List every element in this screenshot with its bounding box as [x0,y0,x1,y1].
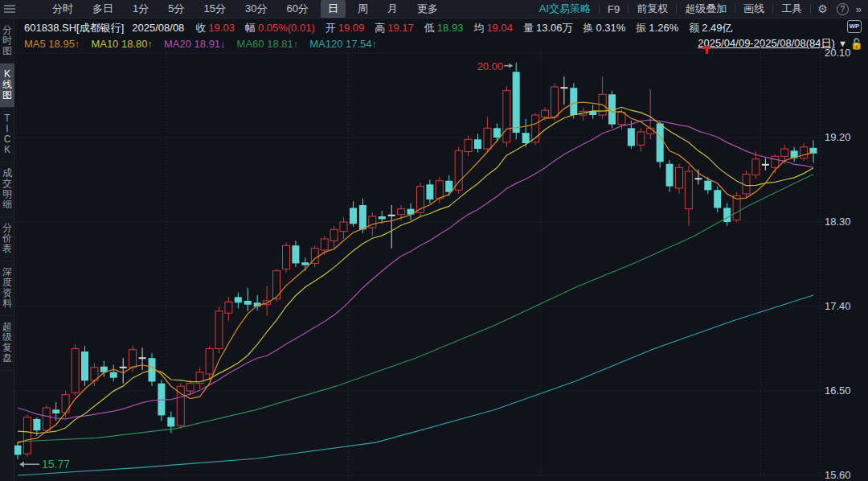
tab-月[interactable]: 月 [380,0,405,18]
quote-field-收: 收19.03 [195,21,235,35]
tab-分时[interactable]: 分时 [45,0,80,18]
quote-field-幅: 幅0.05%(0.01) [245,21,315,35]
info-bar: 601838.SH[成都银行] 2025/08/08 收19.03幅0.05%(… [14,19,868,36]
y-axis-label: 17.40 [825,300,851,312]
field-label: 幅 [245,21,256,35]
toolbar-button-前复权[interactable]: 前复权 [628,0,676,18]
field-label: 均 [473,21,484,35]
ma60-line [18,175,813,442]
y-axis-label: 15.60 [825,469,851,481]
tab-5分[interactable]: 5分 [161,0,191,18]
candlestick-chart[interactable]: 20.1019.2018.3017.4016.5015.6020.0015.77 [14,44,868,481]
y-axis-label: 18.30 [825,216,851,228]
field-value: 13.06万 [536,21,573,35]
field-label: 换 [583,21,593,35]
topbar-right: AI交易策略F9前复权超级叠加画线工具⚙?» [531,0,868,18]
field-label: 振 [636,21,646,35]
period-tabs: 分时多日1分5分15分30分60分日周月更多 [43,0,448,18]
tab-15分[interactable]: 15分 [196,0,232,18]
sidebar-item-分时图[interactable]: 分时图 [0,19,14,64]
field-label: 量 [523,21,534,35]
quote-field-开: 开19.09 [326,21,365,35]
y-axis-label: 20.10 [825,47,851,59]
y-axis-label: 19.20 [825,131,851,143]
quote-field-高: 高19.17 [375,21,414,35]
ma5-line [18,102,813,443]
field-value: 18.93 [437,22,464,34]
ma20-line [18,120,813,419]
tab-1分[interactable]: 1分 [125,0,156,18]
quote-field-均: 均19.04 [473,21,513,35]
low-price-annotation: 15.77 [42,458,70,471]
ma10-line [18,107,813,434]
tab-多日[interactable]: 多日 [85,0,121,18]
sidebar-item-分价表[interactable]: 分价表 [0,217,14,261]
high-price-annotation: 20.00 [477,60,504,72]
quote-field-低: 低18.93 [424,21,464,35]
gear-icon[interactable]: ⚙ [817,2,828,15]
field-label: 额 [689,21,699,35]
toolbar-button-超级叠加[interactable]: 超级叠加 [677,0,735,18]
quote-field-量: 量13.06万 [523,21,573,35]
quote-field-额: 额2.49亿 [689,21,732,35]
field-value: 0.05%(0.01) [258,22,315,34]
more-chevrons-icon[interactable]: » [856,3,860,15]
menu-icon[interactable] [4,5,15,13]
field-label: 高 [375,21,385,35]
toolbar-button-画线[interactable]: 画线 [735,0,772,18]
quote-fields: 收19.03幅0.05%(0.01)开19.09高19.17低18.93均19.… [195,21,743,35]
stock-app-window: 分时多日1分5分15分30分60分日周月更多 AI交易策略F9前复权超级叠加画线… [0,0,868,481]
field-value: 19.09 [338,22,365,34]
sidebar-item-TICK[interactable]: TICK [0,108,14,162]
quote-field-振: 振1.26% [636,21,678,35]
field-label: 收 [195,21,206,35]
symbol-name[interactable]: 601838.SH[成都银行] [24,21,124,35]
field-label: 开 [326,21,336,35]
field-value: 2.49亿 [702,21,732,35]
toolbar-button-F9[interactable]: F9 [600,2,628,17]
tab-周[interactable]: 周 [350,0,375,18]
y-axis-label: 16.50 [825,384,851,397]
wp-badge[interactable]: WP [847,20,862,33]
sidebar-item-K线图[interactable]: K线图 [0,64,14,108]
topbar: 分时多日1分5分15分30分60分日周月更多 AI交易策略F9前复权超级叠加画线… [0,0,868,18]
sidebar-item-成交明细[interactable]: 成交明细 [0,162,14,217]
field-value: 19.17 [387,22,414,34]
divider [810,4,811,14]
tab-更多[interactable]: 更多 [410,0,445,18]
sidebar-item-超级复盘[interactable]: 超级复盘 [0,316,14,371]
tab-日[interactable]: 日 [321,0,346,18]
tab-30分[interactable]: 30分 [238,0,274,18]
sidebar-item-深度资料[interactable]: 深度资料 [0,261,14,316]
field-value: 19.03 [208,22,235,34]
field-value: 0.31% [596,22,625,34]
quote-date: 2025/08/08 [132,22,184,34]
ma120-line [18,295,813,475]
toolbar-button-AI交易策略[interactable]: AI交易策略 [531,0,599,18]
field-label: 低 [424,21,435,35]
left-sidebar: 分时图K线图TICK成交明细分价表深度资料超级复盘 [0,19,14,481]
tab-60分[interactable]: 60分 [279,0,315,18]
field-value: 1.26% [649,22,678,34]
quote-field-换: 换0.31% [583,21,625,35]
toolbar-button-工具[interactable]: 工具 [773,0,810,18]
field-value: 19.04 [486,22,513,34]
help-icon[interactable]: ? [837,3,849,15]
